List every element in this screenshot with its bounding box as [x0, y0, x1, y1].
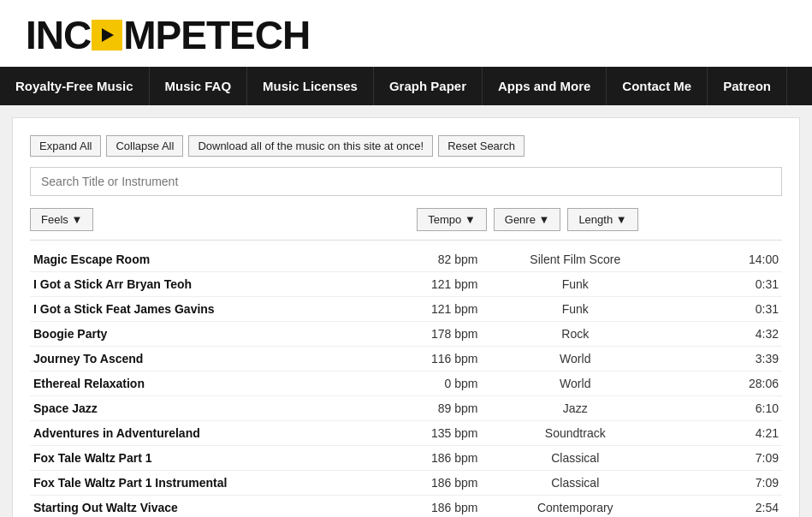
table-row[interactable]: Boogie Party 178 bpm Rock 4:32: [30, 322, 782, 347]
track-title: Journey To Ascend: [30, 347, 369, 371]
track-tempo: 135 bpm: [369, 421, 482, 446]
track-title: Fox Tale Waltz Part 1 Instrumental: [30, 471, 369, 496]
track-title: Fox Tale Waltz Part 1: [30, 446, 369, 471]
track-genre: Classical: [481, 471, 669, 496]
genre-filter[interactable]: Genre ▼: [494, 208, 561, 231]
track-title: I Got a Stick Arr Bryan Teoh: [30, 272, 369, 297]
track-title: Starting Out Waltz Vivace: [30, 496, 369, 518]
logo-area: INC MPETECH: [0, 0, 812, 67]
tempo-filter[interactable]: Tempo ▼: [417, 208, 487, 231]
track-tempo: 186 bpm: [369, 471, 482, 496]
track-length: 7:09: [669, 471, 782, 496]
track-genre: Funk: [481, 297, 669, 322]
track-genre: Funk: [481, 272, 669, 297]
table-row[interactable]: Magic Escape Room 82 bpm Silent Film Sco…: [30, 247, 782, 272]
length-filter[interactable]: Length ▼: [567, 208, 637, 231]
nav-item-apps-and-more[interactable]: Apps and More: [483, 67, 607, 105]
track-genre: Rock: [481, 322, 669, 347]
nav-item-royalty-free-music[interactable]: Royalty-Free Music: [0, 67, 150, 105]
track-genre: World: [481, 347, 669, 371]
track-tempo: 186 bpm: [369, 446, 482, 471]
nav-item-contact-me[interactable]: Contact Me: [607, 67, 708, 105]
track-tempo: 186 bpm: [369, 496, 482, 518]
track-length: 6:10: [669, 396, 782, 421]
track-title: Ethereal Relaxation: [30, 371, 369, 396]
track-tempo: 82 bpm: [369, 247, 482, 272]
track-length: 3:39: [669, 347, 782, 371]
track-genre: World: [481, 371, 669, 396]
table-row[interactable]: Starting Out Waltz Vivace 186 bpm Contem…: [30, 496, 782, 518]
nav-item-patreon[interactable]: Patreon: [708, 67, 787, 105]
track-genre: Jazz: [481, 396, 669, 421]
track-length: 14:00: [669, 247, 782, 272]
feels-filter[interactable]: Feels ▼: [30, 208, 93, 231]
track-tempo: 178 bpm: [369, 322, 482, 347]
logo-text-after: MPETECH: [123, 15, 310, 55]
track-length: 4:32: [669, 322, 782, 347]
track-tempo: 89 bpm: [369, 396, 482, 421]
track-length: 0:31: [669, 272, 782, 297]
track-title: Boogie Party: [30, 322, 369, 347]
table-row[interactable]: I Got a Stick Arr Bryan Teoh 121 bpm Fun…: [30, 272, 782, 297]
track-title: I Got a Stick Feat James Gavins: [30, 297, 369, 322]
logo-play-icon: [92, 20, 122, 51]
reset-search-button[interactable]: Reset Search: [438, 135, 525, 157]
track-genre: Classical: [481, 446, 669, 471]
nav-item-music-licenses[interactable]: Music Licenses: [247, 67, 374, 105]
table-row[interactable]: Adventures in Adventureland 135 bpm Soun…: [30, 421, 782, 446]
table-row[interactable]: Journey To Ascend 116 bpm World 3:39: [30, 347, 782, 371]
track-tempo: 121 bpm: [369, 272, 482, 297]
logo-text-before: INC: [26, 15, 91, 55]
track-tempo: 121 bpm: [369, 297, 482, 322]
table-row[interactable]: Fox Tale Waltz Part 1 186 bpm Classical …: [30, 446, 782, 471]
track-tempo: 0 bpm: [369, 371, 482, 396]
logo: INC MPETECH: [26, 15, 786, 55]
nav-item-graph-paper[interactable]: Graph Paper: [374, 67, 483, 105]
table-row[interactable]: Fox Tale Waltz Part 1 Instrumental 186 b…: [30, 471, 782, 496]
track-title: Magic Escape Room: [30, 247, 369, 272]
track-title: Adventures in Adventureland: [30, 421, 369, 446]
track-length: 0:31: [669, 297, 782, 322]
toolbar: Expand All Collapse All Download all of …: [30, 135, 782, 157]
collapse-all-button[interactable]: Collapse All: [106, 135, 183, 157]
nav-item-music-faq[interactable]: Music FAQ: [150, 67, 248, 105]
track-genre: Contemporary: [481, 496, 669, 518]
track-length: 4:21: [669, 421, 782, 446]
track-tempo: 116 bpm: [369, 347, 482, 371]
expand-all-button[interactable]: Expand All: [30, 135, 101, 157]
track-length: 28:06: [669, 371, 782, 396]
track-length: 2:54: [669, 496, 782, 518]
track-length: 7:09: [669, 446, 782, 471]
music-table: Magic Escape Room 82 bpm Silent Film Sco…: [30, 247, 782, 517]
track-genre: Silent Film Score: [481, 247, 669, 272]
main-content: Expand All Collapse All Download all of …: [12, 117, 800, 517]
search-input[interactable]: [30, 167, 782, 196]
navbar: Royalty-Free MusicMusic FAQMusic License…: [0, 67, 812, 105]
track-genre: Soundtrack: [481, 421, 669, 446]
filter-row: Feels ▼ Tempo ▼ Genre ▼ Length ▼: [30, 208, 782, 241]
table-row[interactable]: I Got a Stick Feat James Gavins 121 bpm …: [30, 297, 782, 322]
track-title: Space Jazz: [30, 396, 369, 421]
download-all-button[interactable]: Download all of the music on this site a…: [188, 135, 433, 157]
svg-marker-0: [102, 28, 114, 42]
table-row[interactable]: Space Jazz 89 bpm Jazz 6:10: [30, 396, 782, 421]
table-row[interactable]: Ethereal Relaxation 0 bpm World 28:06: [30, 371, 782, 396]
